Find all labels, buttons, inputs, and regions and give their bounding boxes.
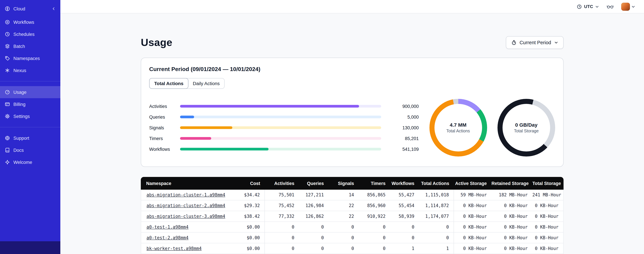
col-header-queries: Queries xyxy=(299,177,328,190)
sidebar-item-schedules[interactable]: Schedules xyxy=(0,28,60,40)
bar-fill xyxy=(180,116,194,118)
sidebar-item-label: Schedules xyxy=(14,32,34,37)
cell-retained-storage: 0 KB-Hour xyxy=(492,232,532,243)
table-row: abs-migration-cluster-1.a98mm4 $34.42 75… xyxy=(141,190,564,200)
tab-daily-actions[interactable]: Daily Actions xyxy=(188,78,224,88)
cell-timers: 856,865 xyxy=(359,190,390,200)
col-header-total-storage: Total Storage xyxy=(532,177,564,190)
cell-cost: $0.00 xyxy=(234,232,265,243)
bar-row-timers: Timers 85,201 xyxy=(149,133,419,144)
sidebar-item-usage[interactable]: Usage xyxy=(0,86,60,98)
user-menu[interactable] xyxy=(621,2,635,10)
sidebar-item-label: Namespaces xyxy=(14,56,40,61)
timezone-label: UTC xyxy=(584,4,593,9)
tab-total-actions[interactable]: Total Actions xyxy=(149,78,188,89)
namespace-link[interactable]: abs-migration-cluster-1.a98mm4 xyxy=(146,192,225,197)
sidebar-item-docs[interactable]: Docs xyxy=(0,144,60,156)
cell-retained-storage: 0 KB-Hour xyxy=(492,200,532,211)
sidebar-item-billing[interactable]: Billing xyxy=(0,98,60,110)
cell-timers: 0 xyxy=(359,232,390,243)
namespace-link[interactable]: a0-test-1.a98mm4 xyxy=(146,224,188,230)
table-row: bk-worker-test.a98mm4 $0.00 0 0 0 0 1 1 … xyxy=(141,243,564,254)
cell-workflows: 55,454 xyxy=(390,200,419,211)
sidebar-item-settings[interactable]: Settings xyxy=(0,110,60,122)
cell-activities: 0 xyxy=(265,243,299,254)
sidebar-header-cloud[interactable]: Cloud xyxy=(0,0,60,15)
page-header: Usage Current Period xyxy=(141,36,564,49)
cell-timers: 856,960 xyxy=(359,200,390,211)
cell-active-storage: 0 KB-Hour xyxy=(454,222,492,232)
bar-label: Timers xyxy=(149,136,180,141)
cell-total-actions: 0 xyxy=(419,232,454,243)
col-header-cost: Cost xyxy=(234,177,265,190)
credit-card-icon xyxy=(5,102,10,107)
cell-total-storage: 0 KB-Hour xyxy=(532,200,564,211)
sidebar-group-account: Usage Billing Settings xyxy=(0,85,60,124)
bar-row-activities: Activities 900,000 xyxy=(149,101,419,112)
book-icon xyxy=(5,148,10,153)
table-header-row: Namespace Cost Activities Queries Signal… xyxy=(141,177,564,190)
cell-cost: $0.00 xyxy=(234,222,265,232)
feedback-glasses-button[interactable] xyxy=(606,4,614,9)
sidebar-bottom-bar xyxy=(0,241,60,254)
cell-total-storage: 0 KB-Hour xyxy=(532,211,564,222)
sidebar-collapse-button[interactable] xyxy=(52,7,56,11)
asterisk-icon xyxy=(5,68,10,73)
cell-cost: $0.00 xyxy=(234,243,265,254)
bar-track xyxy=(180,126,381,129)
namespace-link[interactable]: bk-worker-test.a98mm4 xyxy=(146,246,202,251)
layers-icon xyxy=(5,44,10,49)
clock-icon xyxy=(577,4,582,9)
sidebar-item-label: Docs xyxy=(14,148,24,153)
glasses-icon xyxy=(606,4,614,9)
sidebar: Cloud Workflows Schedules Batch Namespac… xyxy=(0,0,60,254)
gauge-icon xyxy=(5,90,10,95)
sidebar-item-namespaces[interactable]: Namespaces xyxy=(0,52,60,64)
namespace-link[interactable]: a0-test-2.a98mm4 xyxy=(146,235,188,240)
cell-activities: 75,452 xyxy=(265,200,299,211)
bar-track xyxy=(180,105,381,108)
sidebar-item-workflows[interactable]: Workflows xyxy=(0,16,60,28)
cell-workflows: 55,427 xyxy=(390,190,419,200)
col-header-total-actions: Total Actions xyxy=(419,177,454,190)
cell-retained-storage: 182 MB-Hour xyxy=(492,190,532,200)
sidebar-divider xyxy=(0,127,60,127)
cell-signals: 0 xyxy=(328,243,359,254)
user-avatar xyxy=(621,2,630,10)
cell-cost: $34.42 xyxy=(234,190,265,200)
cell-cost: $38.42 xyxy=(234,211,265,222)
sidebar-item-nexus[interactable]: Nexus xyxy=(0,64,60,76)
cell-queries: 127,211 xyxy=(299,190,328,200)
total-actions-value: 4.7 MM xyxy=(450,122,466,128)
col-header-activities: Activities xyxy=(265,177,299,190)
cell-total-actions: 1,174,077 xyxy=(419,211,454,222)
page-title: Usage xyxy=(141,36,172,48)
bar-value: 130,000 xyxy=(385,125,419,130)
sidebar-item-label: Usage xyxy=(14,90,26,95)
cell-activities: 77,332 xyxy=(265,211,299,222)
namespace-link[interactable]: abs-migration-cluster-3.a98mm4 xyxy=(146,214,225,219)
sidebar-item-label: Settings xyxy=(14,114,30,119)
sidebar-item-welcome[interactable]: Welcome xyxy=(0,156,60,168)
sidebar-group-help: Support Docs Welcome xyxy=(0,131,60,170)
sidebar-item-batch[interactable]: Batch xyxy=(0,40,60,52)
sidebar-divider xyxy=(0,81,60,82)
namespace-link[interactable]: abs-migration-cluster-2.a98mm4 xyxy=(146,203,225,208)
cell-workflows: 58,939 xyxy=(390,211,419,222)
cell-queries: 126,862 xyxy=(299,211,328,222)
cell-total-storage: 0 KB-Hour xyxy=(532,232,564,243)
table-row: abs-migration-cluster-3.a98mm4 $38.42 77… xyxy=(141,211,564,222)
cloud-logo-icon xyxy=(5,6,10,12)
sidebar-item-support[interactable]: Support xyxy=(0,132,60,144)
cell-active-storage: 0 KB-Hour xyxy=(454,200,492,211)
timezone-selector[interactable]: UTC xyxy=(577,4,599,9)
cell-active-storage: 0 KB-Hour xyxy=(454,232,492,243)
cell-activities: 0 xyxy=(265,222,299,232)
col-header-namespace: Namespace xyxy=(141,177,234,190)
namespace-usage-table: Namespace Cost Activities Queries Signal… xyxy=(141,177,564,254)
cell-signals: 0 xyxy=(328,232,359,243)
workflows-icon xyxy=(5,20,10,25)
bar-row-workflows: Workflows 541,109 xyxy=(149,144,419,154)
period-selector-button[interactable]: Current Period xyxy=(506,36,564,49)
bar-row-signals: Signals 130,000 xyxy=(149,122,419,133)
